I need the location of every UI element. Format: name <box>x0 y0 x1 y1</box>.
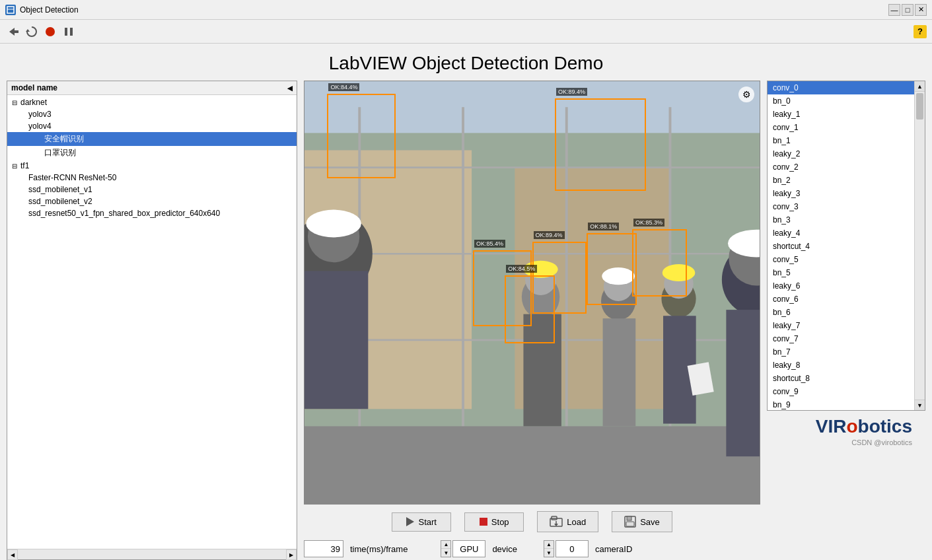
tree-item-ssd1[interactable]: ssd_mobilenet_v1 <box>7 184 297 195</box>
toggle-tf1[interactable]: ⊟ <box>10 161 19 170</box>
layer-label-leaky8: leaky_8 <box>773 361 800 370</box>
tree-item-ssd3[interactable]: ssd_resnet50_v1_fpn_shared_box_predictor… <box>7 207 297 219</box>
layer-item-bn2[interactable]: bn_2 <box>768 174 925 187</box>
camera-spinner-arrows[interactable]: ▲ ▼ <box>544 540 554 557</box>
tree-item-yolov4[interactable]: yolov4 <box>7 120 297 132</box>
camera-down-arrow[interactable]: ▼ <box>544 549 554 557</box>
layer-item-bn0[interactable]: bn_0 <box>768 94 925 108</box>
layer-label-bn1: bn_1 <box>773 136 791 145</box>
save-label: Save <box>640 517 660 527</box>
video-frame: OK:84.4% OK:89.4% OK:85.4% OK:89.4% <box>305 81 760 504</box>
layer-label-conv1: conv_1 <box>773 123 799 132</box>
layer-label-leaky2: leaky_2 <box>773 149 800 158</box>
scroll-track[interactable] <box>18 549 286 559</box>
layer-item-conv9[interactable]: conv_9 <box>768 385 925 398</box>
toolbar: ? <box>0 20 932 44</box>
layer-item-bn7[interactable]: bn_7 <box>768 345 925 359</box>
toolbar-record-btn[interactable] <box>42 24 58 40</box>
detection-box-7: OK:84.5% <box>505 275 555 343</box>
load-button[interactable]: Load <box>537 511 598 532</box>
layer-label-bn6: bn_6 <box>773 308 791 317</box>
close-button[interactable]: ✕ <box>915 4 927 16</box>
svg-marker-3 <box>26 29 30 32</box>
device-down-arrow[interactable]: ▼ <box>441 549 450 557</box>
save-button[interactable]: Save <box>612 511 672 532</box>
layer-label-bn3: bn_3 <box>773 215 791 225</box>
toolbar-pause-btn[interactable] <box>61 24 77 40</box>
tree-item-mask[interactable]: 口罩识别 <box>7 146 297 160</box>
toolbar-arrow-btn[interactable] <box>5 24 21 40</box>
tree-item-faster[interactable]: Faster-RCNN ResNet-50 <box>7 172 297 184</box>
page-title: LabVIEW Object Detection Demo <box>0 44 932 81</box>
minimize-button[interactable]: — <box>888 4 900 16</box>
layer-item-bn3[interactable]: bn_3 <box>768 213 925 227</box>
layer-label-leaky4: leaky_4 <box>773 228 800 238</box>
detection-label-1: OK:84.4% <box>328 83 359 91</box>
layer-item-leaky3[interactable]: leaky_3 <box>768 187 925 200</box>
layer-item-conv3[interactable]: conv_3 <box>768 200 925 213</box>
stop-label: Stop <box>491 517 509 527</box>
detection-label-6: OK:85.3% <box>633 219 664 227</box>
tree-label-yolov3: yolov3 <box>28 110 52 119</box>
title-bar: Object Detection — □ ✕ <box>0 0 932 20</box>
layer-item-bn6[interactable]: bn_6 <box>768 306 925 319</box>
layer-item-conv2[interactable]: conv_2 <box>768 160 925 174</box>
layer-item-conv5[interactable]: conv_5 <box>768 253 925 266</box>
layer-item-bn5[interactable]: bn_5 <box>768 266 925 279</box>
maximize-button[interactable]: □ <box>902 4 914 16</box>
tree-item-tf1[interactable]: ⊟ tf1 <box>7 160 297 172</box>
tree-item-safety[interactable]: 安全帽识别 <box>7 132 297 146</box>
tree-item-yolov3[interactable]: yolov3 <box>7 108 297 120</box>
layer-item-shortcut8[interactable]: shortcut_8 <box>768 372 925 385</box>
layer-label-shortcut4: shortcut_4 <box>773 242 810 251</box>
toolbar-refresh-btn[interactable] <box>24 24 40 40</box>
title-bar-left: Object Detection <box>5 5 79 15</box>
center-panel: OK:84.4% OK:89.4% OK:85.4% OK:89.4% <box>304 81 760 560</box>
layer-label-conv6: conv_6 <box>773 295 799 304</box>
device-spinner: ▲ ▼ GPU <box>441 540 485 557</box>
layer-item-leaky4[interactable]: leaky_4 <box>768 227 925 240</box>
layer-scroll-track[interactable] <box>915 92 925 400</box>
help-button[interactable]: ? <box>914 25 927 38</box>
layer-label-bn5: bn_5 <box>773 268 791 277</box>
layer-item-leaky6[interactable]: leaky_6 <box>768 279 925 293</box>
load-label: Load <box>567 517 586 527</box>
app-icon <box>5 5 16 15</box>
toggle-darknet[interactable]: ⊟ <box>10 98 19 107</box>
svg-rect-46 <box>626 522 634 526</box>
camera-up-arrow[interactable]: ▲ <box>544 541 554 549</box>
tree-item-darknet[interactable]: ⊟ darknet <box>7 96 297 108</box>
layer-item-shortcut4[interactable]: shortcut_4 <box>768 240 925 253</box>
layer-scroll-down[interactable]: ▼ <box>915 400 925 410</box>
layer-label-conv5: conv_5 <box>773 255 799 264</box>
layer-item-leaky8[interactable]: leaky_8 <box>768 359 925 372</box>
layer-scroll-thumb[interactable] <box>916 93 923 120</box>
tree-item-ssd2[interactable]: ssd_mobilenet_v2 <box>7 195 297 207</box>
layer-item-leaky7[interactable]: leaky_7 <box>768 319 925 332</box>
scroll-left-btn[interactable]: ◀ <box>7 549 18 560</box>
layer-item-leaky2[interactable]: leaky_2 <box>768 147 925 160</box>
layer-scroll-up[interactable]: ▲ <box>915 81 925 92</box>
model-tree-header-label: model name <box>11 83 57 92</box>
layer-list-scroll[interactable]: conv_0 bn_0 leaky_1 conv_1 bn_1 <box>768 81 925 410</box>
layer-item-conv6[interactable]: conv_6 <box>768 293 925 306</box>
tree-label-yolov4: yolov4 <box>28 122 52 131</box>
start-button[interactable]: Start <box>392 512 451 532</box>
scroll-right-btn[interactable]: ▶ <box>286 549 297 560</box>
model-tree-scroll[interactable]: ⊟ darknet yolov3 yolov4 安全帽识别 <box>7 95 297 549</box>
layer-item-conv0[interactable]: conv_0 <box>768 81 925 94</box>
stop-button[interactable]: Stop <box>464 512 524 532</box>
video-settings-icon[interactable]: ⚙ <box>738 87 754 102</box>
detection-label-3: OK:85.4% <box>474 240 505 248</box>
layer-item-bn9[interactable]: bn_9 <box>768 398 925 410</box>
layer-item-conv1[interactable]: conv_1 <box>768 121 925 134</box>
device-spinner-arrows[interactable]: ▲ ▼ <box>441 540 451 557</box>
layer-item-bn1[interactable]: bn_1 <box>768 134 925 147</box>
time-value-input[interactable] <box>304 540 343 557</box>
layer-scrollbar[interactable]: ▲ ▼ <box>914 81 925 410</box>
layer-item-leaky1[interactable]: leaky_1 <box>768 108 925 121</box>
tree-horizontal-scrollbar[interactable]: ◀ ▶ <box>7 549 297 559</box>
camera-value: 0 <box>556 540 589 557</box>
device-up-arrow[interactable]: ▲ <box>441 541 450 549</box>
layer-item-conv7[interactable]: conv_7 <box>768 332 925 345</box>
